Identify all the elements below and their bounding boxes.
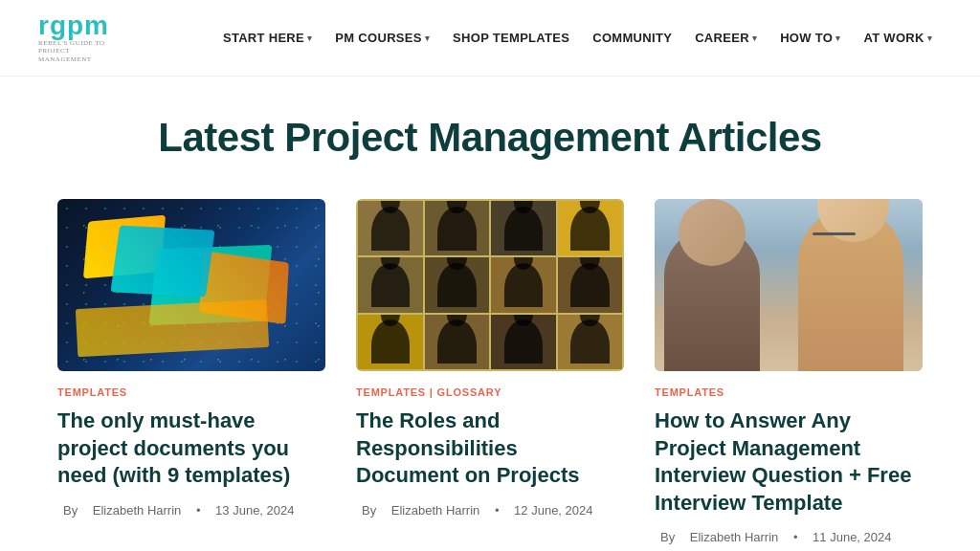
main-content: Latest Project Management Articles TEMPL… (0, 77, 980, 551)
section-title: Latest Project Management Articles (57, 115, 923, 161)
article-meta-1: By Elizabeth Harrin • 13 June, 2024 (57, 503, 325, 518)
nav-career[interactable]: CAREER ▾ (685, 25, 767, 51)
main-nav: START HERE ▾ PM COURSES ▾ SHOP TEMPLATES… (213, 25, 942, 51)
person-silhouette (570, 320, 610, 364)
article-card-1[interactable]: TEMPLATES The only must-have project doc… (57, 199, 325, 544)
article-image-2 (356, 199, 624, 371)
nav-how-to[interactable]: HOW TO ▾ (770, 25, 850, 51)
article-title-3: How to Answer Any Project Management Int… (655, 408, 923, 517)
mosaic-cell (358, 257, 423, 312)
person-front-silhouette (798, 209, 903, 371)
person-silhouette (504, 207, 544, 251)
article-card-3[interactable]: TEMPLATES How to Answer Any Project Mana… (655, 199, 923, 544)
article-category-3: TEMPLATES (655, 386, 923, 398)
article-meta-3: By Elizabeth Harrin • 11 June, 2024 (655, 530, 923, 544)
logo[interactable]: rgpm REBEL'S GUIDE TOPROJECT MANAGEMENT (38, 12, 115, 63)
nav-pm-courses[interactable]: PM COURSES ▾ (325, 25, 439, 51)
mosaic-cell (425, 315, 490, 369)
article-card-2[interactable]: TEMPLATES | GLOSSARY The Roles and Respo… (356, 199, 624, 544)
person-silhouette (371, 207, 411, 251)
article-image-3 (655, 199, 923, 371)
mosaic-cell (491, 257, 556, 312)
chevron-down-icon: ▾ (425, 33, 430, 43)
person-silhouette (504, 263, 544, 307)
mosaic-cell (425, 257, 490, 312)
person-silhouette (437, 207, 477, 251)
mosaic-cell (491, 315, 556, 369)
article-category-1: TEMPLATES (57, 386, 325, 398)
person-silhouette (570, 263, 610, 307)
mosaic-cell (425, 201, 490, 255)
person-silhouette (371, 263, 411, 307)
decoration (76, 299, 269, 357)
article-title-2: The Roles and Responsibilities Document … (356, 408, 624, 490)
article-title-1: The only must-have project documents you… (57, 408, 325, 490)
article-meta-2: By Elizabeth Harrin • 12 June, 2024 (356, 503, 624, 518)
chevron-down-icon: ▾ (835, 33, 840, 43)
article-image-1 (57, 199, 325, 371)
glasses-icon (813, 232, 856, 235)
chevron-down-icon: ▾ (307, 33, 312, 43)
nav-shop-templates[interactable]: SHOP TEMPLATES (443, 25, 579, 51)
person-silhouette (437, 320, 477, 364)
mosaic-cell (558, 315, 623, 369)
person-silhouette (570, 207, 610, 251)
person-silhouette (437, 263, 477, 307)
articles-grid: TEMPLATES The only must-have project doc… (57, 199, 923, 544)
logo-text: rgpm (38, 12, 115, 39)
chevron-down-icon: ▾ (927, 33, 932, 43)
logo-tagline: REBEL'S GUIDE TOPROJECT MANAGEMENT (38, 39, 115, 63)
mosaic-cell (558, 257, 623, 312)
nav-community[interactable]: COMMUNITY (583, 25, 681, 51)
person-silhouette (371, 320, 411, 364)
article-category-2: TEMPLATES | GLOSSARY (356, 386, 624, 398)
mosaic-cell (358, 315, 423, 369)
site-header: rgpm REBEL'S GUIDE TOPROJECT MANAGEMENT … (0, 0, 980, 77)
mosaic-cell (491, 201, 556, 255)
person-back-silhouette (664, 228, 760, 371)
nav-start-here[interactable]: START HERE ▾ (213, 25, 322, 51)
person-silhouette (504, 320, 544, 364)
chevron-down-icon: ▾ (752, 33, 757, 43)
nav-at-work[interactable]: AT WORK ▾ (854, 25, 942, 51)
mosaic-cell (358, 201, 423, 255)
mosaic-cell (558, 201, 623, 255)
